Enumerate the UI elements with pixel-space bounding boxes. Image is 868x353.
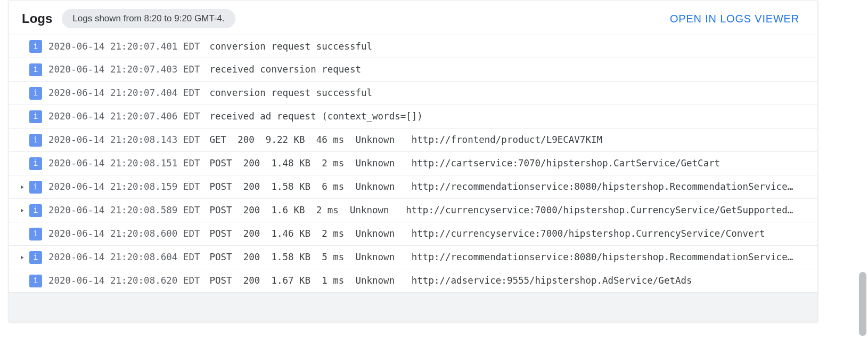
log-timestamp: 2020-06-14 21:20:08.620 EDT: [48, 274, 200, 287]
info-icon: i: [29, 134, 42, 147]
log-timestamp: 2020-06-14 21:20:08.159 EDT: [48, 180, 200, 194]
log-timestamp: 2020-06-14 21:20:07.401 EDT: [48, 40, 200, 53]
log-message: POST 200 1.58 KB 5 ms Unknown http://rec…: [209, 251, 793, 264]
log-timestamp: 2020-06-14 21:20:08.151 EDT: [48, 157, 200, 170]
log-row[interactable]: i2020-06-14 21:20:08.600 EDTPOST 200 1.4…: [9, 222, 817, 246]
severity-label: i: [33, 277, 38, 285]
severity-label: i: [33, 136, 38, 144]
expand-icon[interactable]: [17, 254, 27, 261]
scrollbar-thumb[interactable]: [859, 272, 866, 336]
severity-label: i: [33, 253, 38, 261]
info-icon: i: [29, 87, 42, 100]
log-message: received conversion request: [209, 63, 361, 76]
time-range-chip: Logs shown from 8:20 to 9:20 GMT-4.: [62, 9, 235, 28]
log-message: conversion request successful: [209, 86, 372, 100]
log-message: POST 200 1.46 KB 2 ms Unknown http://cur…: [209, 227, 765, 240]
expand-icon[interactable]: [17, 207, 27, 214]
log-timestamp: 2020-06-14 21:20:08.589 EDT: [48, 204, 200, 217]
logs-header-left: Logs Logs shown from 8:20 to 9:20 GMT-4.: [22, 9, 235, 28]
log-row[interactable]: i2020-06-14 21:20:08.604 EDTPOST 200 1.5…: [9, 246, 817, 269]
log-message: POST 200 1.6 KB 2 ms Unknown http://curr…: [209, 204, 793, 217]
severity-label: i: [33, 230, 38, 238]
log-row[interactable]: i2020-06-14 21:20:08.620 EDTPOST 200 1.6…: [9, 269, 817, 293]
logs-footer: [9, 293, 817, 322]
log-timestamp: 2020-06-14 21:20:08.604 EDT: [48, 251, 200, 264]
log-row[interactable]: i2020-06-14 21:20:08.151 EDTPOST 200 1.4…: [9, 152, 817, 175]
info-icon: i: [29, 228, 42, 240]
logs-header: Logs Logs shown from 8:20 to 9:20 GMT-4.…: [9, 1, 817, 35]
info-icon: i: [29, 204, 42, 217]
expand-icon[interactable]: [17, 184, 27, 190]
log-timestamp: 2020-06-14 21:20:08.143 EDT: [48, 133, 200, 147]
log-row[interactable]: i2020-06-14 21:20:08.159 EDTPOST 200 1.5…: [9, 175, 817, 199]
log-row[interactable]: i2020-06-14 21:20:07.401 EDTconversion r…: [9, 35, 817, 58]
info-icon: i: [29, 251, 42, 264]
log-message: received ad request (context_words=[]): [209, 110, 422, 123]
log-row[interactable]: i2020-06-14 21:20:07.406 EDTreceived ad …: [9, 105, 817, 129]
log-timestamp: 2020-06-14 21:20:07.403 EDT: [48, 63, 200, 76]
log-row[interactable]: i2020-06-14 21:20:08.143 EDTGET 200 9.22…: [9, 129, 817, 152]
log-row[interactable]: i2020-06-14 21:20:07.404 EDTconversion r…: [9, 82, 817, 105]
log-row[interactable]: i2020-06-14 21:20:08.589 EDTPOST 200 1.6…: [9, 199, 817, 222]
info-icon: i: [29, 275, 42, 287]
info-icon: i: [29, 110, 42, 123]
page-title: Logs: [22, 11, 52, 26]
logs-panel: Logs Logs shown from 8:20 to 9:20 GMT-4.…: [9, 0, 818, 322]
log-message: POST 200 1.67 KB 1 ms Unknown http://ads…: [209, 274, 692, 287]
info-icon: i: [29, 63, 42, 76]
severity-label: i: [33, 159, 38, 167]
info-icon: i: [29, 181, 42, 194]
info-icon: i: [29, 157, 42, 170]
log-timestamp: 2020-06-14 21:20:07.406 EDT: [48, 110, 200, 123]
severity-label: i: [33, 183, 38, 191]
log-message: GET 200 9.22 KB 46 ms Unknown http://fro…: [209, 133, 602, 147]
log-message: POST 200 1.48 KB 2 ms Unknown http://car…: [209, 157, 720, 170]
severity-label: i: [33, 89, 38, 97]
info-icon: i: [29, 40, 42, 53]
log-message: POST 200 1.58 KB 6 ms Unknown http://rec…: [209, 180, 793, 194]
severity-label: i: [33, 43, 38, 51]
log-message: conversion request successful: [209, 40, 372, 53]
log-rows: i2020-06-14 21:20:07.401 EDTconversion r…: [9, 35, 817, 293]
severity-label: i: [33, 113, 38, 121]
log-timestamp: 2020-06-14 21:20:07.404 EDT: [48, 86, 200, 100]
log-timestamp: 2020-06-14 21:20:08.600 EDT: [48, 227, 200, 240]
severity-label: i: [33, 206, 38, 214]
severity-label: i: [33, 66, 38, 74]
log-row[interactable]: i2020-06-14 21:20:07.403 EDTreceived con…: [9, 58, 817, 82]
open-in-logs-viewer-link[interactable]: OPEN IN LOGS VIEWER: [670, 13, 805, 25]
